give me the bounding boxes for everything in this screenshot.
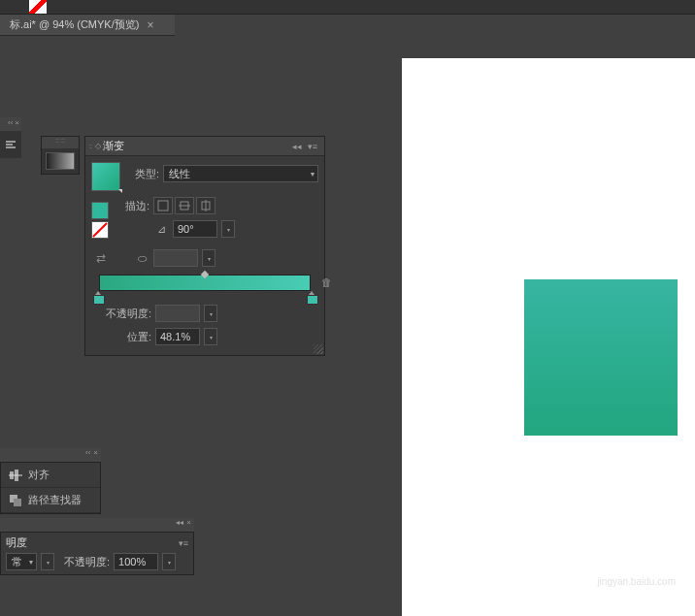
position-stepper[interactable]: ▾ — [204, 328, 217, 345]
stroke-label: 描边: — [120, 199, 149, 213]
panel-grabber[interactable]: :::: — [42, 137, 79, 148]
collapsed-panel-1: ‹‹ × — [0, 117, 21, 158]
gradient-slider[interactable]: 🗑 — [91, 275, 318, 291]
aspect-ratio-input — [153, 249, 198, 267]
expand-icon[interactable]: ◇ — [95, 142, 101, 150]
pathfinder-label: 路径查找器 — [28, 493, 82, 507]
transparency-panel-tabs: ◂◂ × — [0, 518, 194, 532]
blend-mode-dropdown[interactable]: 常 — [6, 553, 37, 570]
align-tab[interactable]: 对齐 — [1, 463, 100, 488]
close-icon[interactable]: × — [93, 448, 98, 462]
blend-stepper[interactable]: ▾ — [41, 553, 54, 570]
svg-rect-12 — [14, 499, 21, 506]
stroke-across-button[interactable] — [196, 197, 215, 214]
panel-menu-icon[interactable]: ▾≡ — [305, 142, 320, 151]
watermark: Baidu 经验 jingyan.baidu.com — [587, 553, 676, 587]
stroke-color-swatch[interactable] — [91, 202, 109, 219]
align-panel-tabs: ‹‹ × — [0, 448, 101, 462]
gradient-type-dropdown[interactable]: 线性 — [163, 165, 318, 182]
swatch-dropdown-icon[interactable] — [118, 189, 122, 193]
align-icon[interactable] — [4, 135, 17, 154]
trans-opacity-label: 不透明度: — [64, 555, 110, 569]
canvas[interactable]: Baidu 经验 jingyan.baidu.com — [402, 58, 695, 616]
pathfinder-tab[interactable]: 路径查找器 — [1, 488, 100, 513]
align-panel: 对齐 路径查找器 — [0, 462, 101, 514]
trans-opacity-input[interactable]: 100% — [114, 553, 158, 570]
position-input[interactable]: 48.1% — [155, 328, 200, 345]
transparency-title: 明度 — [6, 535, 27, 550]
align-label: 对齐 — [28, 468, 50, 482]
opacity-input — [155, 305, 200, 322]
collapse-icon[interactable]: ◂◂ — [176, 518, 183, 532]
angle-icon: ⊿ — [153, 221, 169, 237]
panel-grabber-icon[interactable]: :: — [89, 143, 91, 149]
aspect-stepper: ▾ — [202, 249, 215, 267]
aspect-ratio-icon: ⬭ — [134, 250, 149, 266]
gradient-swatch-panel: :::: — [41, 136, 80, 175]
fill-gradient-swatch[interactable] — [91, 162, 120, 191]
panel-title: 渐变 — [103, 139, 124, 153]
gradient-rectangle[interactable] — [524, 279, 678, 436]
angle-input[interactable]: 90° — [173, 220, 217, 238]
position-label: 位置: — [101, 330, 151, 344]
pathfinder-icon — [9, 494, 22, 507]
document-tab-label: 标.ai* @ 94% (CMYK/预览) — [10, 17, 139, 32]
align-icon — [9, 469, 22, 482]
panel-header[interactable]: :: ◇ 渐变 ◂◂ ▾≡ — [85, 137, 324, 156]
collapse-icon[interactable]: ‹‹ — [85, 448, 90, 462]
gradient-preview-swatch[interactable] — [46, 152, 75, 170]
stroke-none-swatch[interactable] — [91, 221, 109, 239]
gradient-stop-right[interactable] — [307, 291, 316, 303]
panel-menu-icon[interactable]: ▾≡ — [179, 538, 188, 548]
angle-stepper[interactable]: ▾ — [221, 220, 235, 238]
collapse-icon[interactable]: ‹‹ — [8, 118, 13, 130]
close-icon[interactable]: × — [186, 518, 191, 532]
fill-swatch-none[interactable] — [29, 0, 47, 14]
svg-rect-2 — [6, 146, 16, 148]
close-icon[interactable]: × — [147, 18, 153, 32]
trans-opacity-stepper[interactable]: ▾ — [162, 553, 176, 570]
document-tab[interactable]: 标.ai* @ 94% (CMYK/预览) × — [0, 15, 175, 36]
reverse-gradient-icon[interactable]: ⇄ — [91, 251, 111, 265]
svg-rect-1 — [6, 144, 13, 146]
watermark-main: Baidu 经验 — [587, 553, 676, 576]
watermark-sub: jingyan.baidu.com — [587, 576, 676, 587]
svg-rect-3 — [158, 201, 168, 211]
gradient-panel: :: ◇ 渐变 ◂◂ ▾≡ 类型: 线性 — [84, 136, 325, 356]
stroke-within-button[interactable] — [153, 197, 173, 214]
panel-header-controls: ‹‹ × — [0, 117, 21, 131]
close-icon[interactable]: × — [15, 118, 19, 130]
opacity-label: 不透明度: — [101, 307, 151, 321]
stroke-along-button[interactable] — [175, 197, 194, 214]
app-toolbar — [0, 0, 695, 15]
transparency-body: 常 ▾ 不透明度: 100% ▾ — [0, 549, 194, 575]
opacity-stepper: ▾ — [204, 305, 217, 322]
svg-rect-0 — [6, 141, 16, 143]
collapse-icon[interactable]: ◂◂ — [289, 142, 305, 151]
gradient-stop-left[interactable] — [93, 291, 103, 303]
trash-icon[interactable]: 🗑 — [321, 276, 332, 288]
resize-grip[interactable] — [314, 344, 323, 354]
type-label: 类型: — [130, 167, 159, 181]
